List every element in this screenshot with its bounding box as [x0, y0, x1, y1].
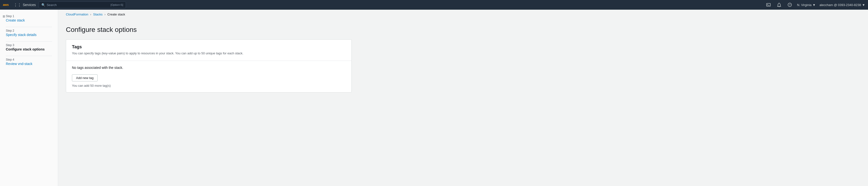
svg-text:?: ? — [789, 4, 790, 6]
breadcrumb-sep-1: › — [90, 13, 91, 16]
search-icon: 🔍 — [41, 3, 45, 7]
region-chevron: ▼ — [812, 3, 816, 7]
tags-empty-state: No tags associated with the stack. — [72, 66, 346, 70]
region-label: N. Virginia — [797, 3, 812, 7]
bell-icon[interactable] — [776, 1, 782, 8]
page-title: Configure stack options — [66, 26, 860, 34]
region-selector[interactable]: N. Virginia ▼ — [797, 3, 816, 7]
step-2-label: Step 2 — [6, 29, 58, 32]
step-4-label: Step 4 — [6, 58, 58, 61]
services-button[interactable]: Services — [23, 3, 36, 7]
top-navigation: aws ⋮⋮ Services 🔍 [Option+S] — [0, 0, 868, 10]
step-1-item: Step 1 Create stack — [6, 14, 58, 27]
cloudshell-icon[interactable] — [765, 1, 772, 8]
step-1-label: Step 1 — [6, 14, 58, 18]
step-2-item: Step 2 Specify stack details — [6, 29, 58, 42]
step-4-title[interactable]: Review vnd-stack — [6, 62, 58, 66]
search-shortcut: [Option+S] — [111, 3, 123, 6]
tags-card-title: Tags — [72, 44, 346, 49]
svg-rect-1 — [767, 3, 770, 6]
breadcrumb-sep-2: › — [104, 13, 105, 16]
steps-sidebar: Step 1 Create stack Step 2 Specify stack… — [0, 10, 58, 186]
sidebar-toggle-button[interactable]: ≡ — [0, 12, 8, 20]
user-chevron: ▼ — [862, 3, 865, 7]
tags-card: Tags You can specify tags (key-value pai… — [66, 39, 352, 92]
aws-logo: aws — [3, 2, 11, 7]
svg-text:aws: aws — [3, 3, 9, 6]
card-divider — [66, 61, 351, 61]
breadcrumb-stacks[interactable]: Stacks — [93, 12, 103, 16]
step-3-label: Step 3 — [6, 43, 58, 47]
step-3-item: Step 3 Configure stack options — [6, 43, 58, 56]
services-nav[interactable]: ⋮⋮ Services — [13, 3, 36, 7]
help-icon[interactable]: ? — [786, 1, 793, 8]
step-4-item: Step 4 Review vnd-stack — [6, 58, 58, 71]
tags-card-description: You can specify tags (key-value pairs) t… — [72, 51, 346, 56]
step-3-title: Configure stack options — [6, 47, 58, 51]
step-1-title[interactable]: Create stack — [6, 18, 58, 22]
grid-icon: ⋮⋮ — [13, 3, 21, 7]
search-input[interactable] — [47, 3, 109, 7]
content-area: CloudFormation › Stacks › Create stack C… — [58, 10, 868, 186]
user-label: aleccham @ 0393-2340-8238 — [819, 3, 861, 7]
breadcrumb-current: Create stack — [107, 12, 125, 16]
step-2-title[interactable]: Specify stack details — [6, 33, 58, 37]
tag-limit-note: You can add 50 more tag(s) — [72, 84, 346, 87]
search-bar[interactable]: 🔍 [Option+S] — [39, 1, 126, 8]
main-content: Configure stack options Tags You can spe… — [58, 20, 868, 186]
nav-right-icons: ? N. Virginia ▼ aleccham @ 0393-2340-823… — [765, 1, 865, 8]
user-menu[interactable]: aleccham @ 0393-2340-8238 ▼ — [819, 3, 865, 7]
breadcrumb: CloudFormation › Stacks › Create stack — [58, 10, 868, 20]
add-new-tag-button[interactable]: Add new tag — [72, 74, 98, 81]
breadcrumb-cloudformation[interactable]: CloudFormation — [66, 12, 88, 16]
page-container: ≡ Step 1 Create stack Step 2 Specify sta… — [0, 0, 868, 186]
